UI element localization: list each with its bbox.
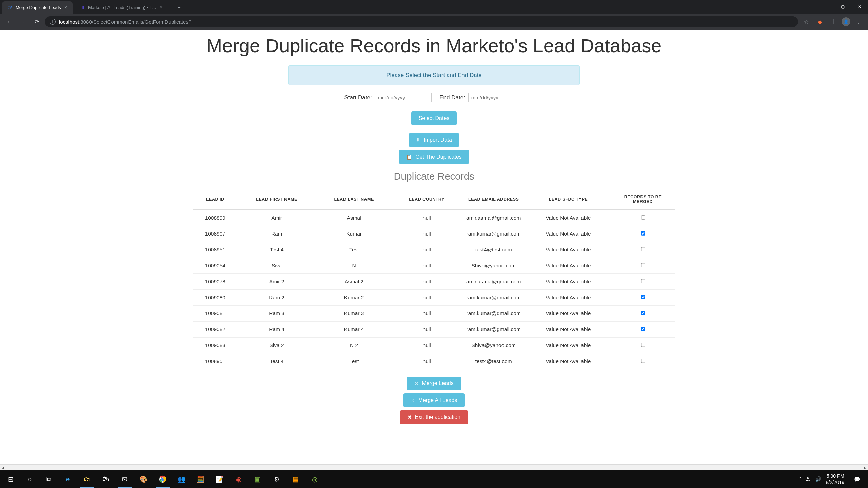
select-dates-button[interactable]: Select Dates (411, 111, 457, 125)
merge-checkbox[interactable] (641, 231, 645, 235)
profile-avatar[interactable]: 👤 (842, 17, 850, 26)
tab-title: Marketo | All Leads (Training) • L… (88, 5, 156, 10)
table-cell: null (392, 210, 461, 226)
table-row: 1009078Amir 2Asmal 2nullamir.asmal@gmail… (193, 274, 675, 290)
tab-close-icon[interactable]: × (61, 5, 67, 10)
clock-time: 5:00 PM (826, 473, 845, 479)
url-field[interactable]: i localhost:8080/SelectCommonEmails/GetF… (45, 16, 798, 27)
merge-checkbox[interactable] (641, 311, 645, 315)
taskbar-store-icon[interactable]: 🛍 (96, 470, 115, 488)
bookmark-star-icon[interactable]: ☆ (801, 16, 812, 27)
table-header: Lead Email Address (461, 189, 526, 210)
table-header: Lead Sfdc Type (526, 189, 611, 210)
merge-leads-button[interactable]: ⤭ Merge Leads (407, 377, 461, 390)
table-cell: Kumar (316, 226, 392, 242)
table-cell: 1009054 (193, 258, 237, 274)
merge-checkbox[interactable] (641, 263, 645, 267)
task-view-button[interactable]: ⧉ (39, 470, 58, 488)
exit-application-button[interactable]: ✖ Exit the application (400, 410, 468, 424)
taskbar-edge-icon[interactable]: e (58, 470, 77, 488)
table-cell: Value Not Available (526, 210, 611, 226)
table-cell: null (392, 226, 461, 242)
import-data-button[interactable]: ⬇ Import Data (409, 133, 459, 147)
table-cell: Test 4 (237, 353, 316, 369)
table-cell: null (392, 258, 461, 274)
merge-checkbox[interactable] (641, 215, 645, 219)
table-cell: 1009082 (193, 322, 237, 338)
browser-menu-icon[interactable]: ⋮ (853, 16, 864, 27)
site-info-icon[interactable]: i (50, 19, 56, 25)
tray-network-icon[interactable]: 🖧 (806, 476, 811, 482)
window-minimize-button[interactable]: ─ (817, 0, 834, 14)
window-maximize-button[interactable]: ▢ (834, 0, 851, 14)
taskbar-app-icon[interactable]: ◎ (305, 470, 324, 488)
taskbar-sublime-icon[interactable]: ▤ (286, 470, 305, 488)
table-cell: N 2 (316, 338, 392, 353)
end-date-input[interactable] (468, 93, 525, 102)
table-row: 1009081Ram 3Kumar 3nullram.kumar@gmail.c… (193, 306, 675, 322)
scroll-left-arrow[interactable]: ◀ (0, 465, 6, 471)
taskbar-notepad-icon[interactable]: 📝 (210, 470, 229, 488)
start-date-input[interactable] (375, 93, 432, 102)
tray-chevron-up-icon[interactable]: ˄ (799, 476, 801, 482)
table-row: 1009054SivaNnullShiva@yahoo.comValue Not… (193, 258, 675, 274)
table-row: 1008951Test 4Testnulltest4@test.comValue… (193, 353, 675, 369)
table-row: 1008899AmirAsmalnullamir.asmal@gmail.com… (193, 210, 675, 226)
table-cell: Kumar 3 (316, 306, 392, 322)
tab-close-icon[interactable]: × (156, 5, 162, 10)
taskbar-app-icon[interactable]: ▣ (248, 470, 267, 488)
scroll-right-arrow[interactable]: ▶ (862, 465, 868, 471)
merge-checkbox[interactable] (641, 279, 645, 283)
taskbar-calculator-icon[interactable]: 🧮 (191, 470, 210, 488)
button-label: Import Data (423, 137, 452, 143)
download-icon: ⬇ (416, 137, 420, 143)
system-tray: ˄ 🖧 🔊 5:00 PM 8/2/2019 💬 (799, 470, 867, 488)
browser-tab-inactive[interactable]: ||| Marketo | All Leads (Training) • L… … (75, 1, 168, 14)
merge-all-leads-button[interactable]: ⤭ Merge All Leads (403, 393, 465, 407)
nav-back-button[interactable]: ← (4, 16, 15, 27)
taskbar-teams-icon[interactable]: 👥 (172, 470, 191, 488)
system-clock[interactable]: 5:00 PM 8/2/2019 (826, 473, 845, 485)
get-duplicates-button[interactable]: 📋 Get The Duplicates (399, 150, 469, 164)
merge-checkbox[interactable] (641, 359, 645, 363)
table-cell: 1009078 (193, 274, 237, 290)
horizontal-scrollbar[interactable]: ◀ ▶ (0, 464, 868, 470)
nav-forward-button[interactable]: → (18, 16, 28, 27)
nav-reload-button[interactable]: ⟳ (31, 16, 42, 27)
tray-volume-icon[interactable]: 🔊 (815, 476, 821, 482)
start-button[interactable]: ⊞ (1, 470, 20, 488)
browser-tab-active[interactable]: TA Merge Duplicate Leads × (2, 1, 73, 14)
cortana-search-button[interactable]: ○ (20, 470, 39, 488)
table-cell: Kumar 4 (316, 322, 392, 338)
button-label: Get The Duplicates (415, 154, 462, 160)
table-cell-checkbox (611, 242, 675, 258)
table-cell: Value Not Available (526, 338, 611, 353)
table-cell: test4@test.com (461, 353, 526, 369)
merge-checkbox[interactable] (641, 343, 645, 347)
table-cell: 1009080 (193, 290, 237, 306)
favicon-marketo: ||| (80, 5, 85, 10)
merge-checkbox[interactable] (641, 327, 645, 331)
favicon-ta: TA (7, 5, 13, 10)
taskbar-app-icon[interactable]: ◉ (229, 470, 248, 488)
merge-checkbox[interactable] (641, 247, 645, 251)
window-close-button[interactable]: ✕ (851, 0, 868, 14)
taskbar-chrome-icon[interactable] (153, 470, 172, 488)
table-cell: Ram 2 (237, 290, 316, 306)
table-cell: Kumar 2 (316, 290, 392, 306)
table-cell: null (392, 322, 461, 338)
taskbar-paint-icon[interactable]: 🎨 (134, 470, 153, 488)
button-label: Exit the application (415, 414, 460, 420)
taskbar-settings-icon[interactable]: ⚙ (267, 470, 286, 488)
table-cell: Value Not Available (526, 258, 611, 274)
table-header: Lead Last Name (316, 189, 392, 210)
extension-postman-icon[interactable]: ◆ (814, 16, 825, 27)
new-tab-button[interactable]: + (174, 3, 184, 13)
table-header: Records to be Merged (611, 189, 675, 210)
taskbar-mail-icon[interactable]: ✉ (115, 470, 134, 488)
taskbar-file-explorer-icon[interactable]: 🗂 (77, 470, 96, 488)
shuffle-icon: ⤭ (414, 381, 418, 386)
merge-checkbox[interactable] (641, 295, 645, 299)
table-cell: null (392, 306, 461, 322)
action-center-icon[interactable]: 💬 (849, 470, 865, 488)
